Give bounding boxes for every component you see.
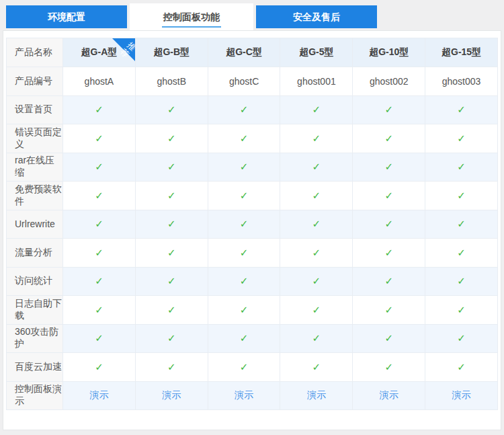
cell-value: ghostA [85, 76, 114, 87]
table-row: 360攻击防护✓✓✓✓✓✓ [7, 324, 498, 353]
column-header-label: 超G-10型 [369, 46, 409, 57]
check-icon: ✓ [457, 161, 466, 172]
table-cell: ghost003 [425, 67, 498, 96]
table-cell: ✓ [280, 296, 353, 325]
tab-control-panel-features[interactable]: 控制面板功能 [130, 3, 253, 30]
check-icon: ✓ [312, 275, 321, 286]
table-row: 日志自助下载✓✓✓✓✓✓ [7, 296, 498, 325]
table-cell: ✓ [425, 182, 498, 210]
demo-link[interactable]: 演示 [452, 389, 471, 400]
table-cell: ghostB [135, 67, 208, 96]
table-cell: ✓ [353, 153, 425, 182]
check-icon: ✓ [240, 218, 249, 229]
comparison-card: 产品名称超G-A型推荐超G-B型超G-C型超G-5型超G-10型超G-15型 产… [3, 30, 501, 430]
check-icon: ✓ [167, 361, 176, 372]
table-cell: ghostA [63, 67, 136, 96]
cell-value: ghost002 [370, 76, 409, 87]
table-cell: ✓ [353, 182, 425, 210]
check-icon: ✓ [457, 104, 466, 115]
check-icon: ✓ [384, 332, 393, 344]
demo-link[interactable]: 演示 [235, 389, 253, 400]
table-cell: ✓ [208, 95, 280, 124]
table-cell: ✓ [135, 296, 208, 325]
table-cell: ✓ [353, 95, 425, 124]
check-icon: ✓ [95, 218, 103, 229]
table-row: 流量分析✓✓✓✓✓✓ [7, 239, 498, 268]
demo-link[interactable]: 演示 [380, 389, 398, 400]
row-label: 360攻击防护 [7, 324, 63, 353]
cell-value: ghost001 [297, 76, 336, 87]
column-header-label: 超G-5型 [299, 46, 333, 57]
table-cell: ✓ [425, 353, 498, 382]
check-icon: ✓ [240, 304, 249, 315]
tab-security-aftersales[interactable]: 安全及售后 [256, 5, 377, 28]
check-icon: ✓ [384, 218, 393, 229]
check-icon: ✓ [240, 161, 249, 172]
table-cell: ghost001 [280, 67, 353, 96]
check-icon: ✓ [167, 332, 176, 344]
table-cell: ✓ [63, 324, 136, 353]
tab-bar: 环境配置 控制面板功能 安全及售后 [0, 0, 504, 30]
check-icon: ✓ [240, 132, 249, 144]
table-row: rar在线压缩✓✓✓✓✓✓ [7, 153, 498, 182]
table-cell: 演示 [208, 381, 280, 410]
check-icon: ✓ [167, 190, 176, 201]
row-label: 产品编号 [7, 67, 63, 96]
column-header-label: 超G-15型 [442, 46, 481, 57]
demo-link[interactable]: 演示 [162, 389, 181, 400]
check-icon: ✓ [95, 304, 103, 315]
row-label: 百度云加速 [7, 353, 63, 382]
check-icon: ✓ [167, 132, 176, 144]
check-icon: ✓ [312, 218, 321, 229]
check-icon: ✓ [384, 275, 393, 286]
table-cell: ✓ [135, 124, 208, 153]
tab-environment-config[interactable]: 环境配置 [6, 5, 127, 28]
table-cell: ✓ [425, 210, 498, 239]
table-cell: ✓ [135, 267, 208, 296]
table-cell: ✓ [135, 324, 208, 353]
table-cell: ✓ [353, 324, 425, 353]
check-icon: ✓ [95, 247, 103, 258]
check-icon: ✓ [240, 190, 249, 201]
table-cell: 演示 [353, 381, 425, 410]
column-header-label: 超G-C型 [226, 46, 262, 57]
demo-link[interactable]: 演示 [89, 389, 108, 400]
table-cell: ✓ [208, 239, 280, 268]
check-icon: ✓ [457, 304, 466, 315]
check-icon: ✓ [384, 190, 393, 201]
check-icon: ✓ [95, 275, 103, 286]
table-row: 访问统计✓✓✓✓✓✓ [7, 267, 498, 296]
comparison-table: 产品名称超G-A型推荐超G-B型超G-C型超G-5型超G-10型超G-15型 产… [6, 38, 498, 410]
row-label: 设置首页 [7, 95, 63, 124]
check-icon: ✓ [312, 132, 321, 144]
table-cell: 演示 [425, 381, 498, 410]
table-cell: ✓ [280, 210, 353, 239]
check-icon: ✓ [384, 161, 393, 172]
check-icon: ✓ [167, 247, 176, 258]
table-row: 错误页面定义✓✓✓✓✓✓ [7, 124, 498, 153]
table-row: 免费预装软件✓✓✓✓✓✓ [7, 182, 498, 210]
check-icon: ✓ [312, 247, 321, 258]
check-icon: ✓ [384, 247, 393, 258]
table-cell: ✓ [353, 239, 425, 268]
table-cell: ✓ [208, 182, 280, 210]
column-header-label: 超G-B型 [153, 46, 190, 57]
check-icon: ✓ [312, 104, 321, 115]
table-row: Urlrewrite✓✓✓✓✓✓ [7, 210, 498, 239]
column-header: 超G-15型 [425, 38, 498, 67]
table-cell: ✓ [208, 267, 280, 296]
check-icon: ✓ [457, 275, 466, 286]
comparison-table-body: 产品编号ghostAghostBghostCghost001ghost002gh… [7, 67, 498, 410]
check-icon: ✓ [384, 304, 393, 315]
check-icon: ✓ [95, 161, 103, 172]
check-icon: ✓ [95, 132, 103, 144]
check-icon: ✓ [457, 132, 466, 144]
column-header: 超G-10型 [353, 38, 425, 67]
cell-value: ghostB [157, 76, 186, 87]
row-label: Urlrewrite [7, 210, 63, 239]
table-cell: ✓ [280, 182, 353, 210]
table-cell: ✓ [63, 210, 136, 239]
row-label: 流量分析 [7, 239, 63, 268]
table-cell: ✓ [425, 324, 498, 353]
demo-link[interactable]: 演示 [307, 389, 326, 400]
